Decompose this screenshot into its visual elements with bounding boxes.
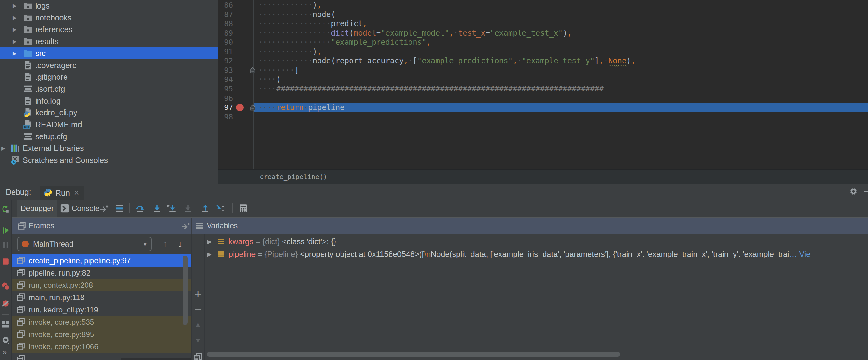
breakpoint-icon[interactable] [236, 104, 244, 111]
sidebar-item-label: .isort.cfg [35, 84, 65, 93]
fold-marker-icon[interactable] [249, 67, 256, 74]
duplicate-watch-icon[interactable] [193, 353, 203, 360]
expand-arrow-icon[interactable]: ▶ [12, 38, 17, 45]
editor-context-strip: create_pipeline() [218, 169, 868, 184]
frames-icon [17, 355, 25, 360]
sidebar-item-notebooks[interactable]: ▶notebooks [0, 12, 218, 24]
remove-watch-icon[interactable]: − [193, 305, 203, 314]
line-number: 96 [218, 93, 233, 103]
frame-row[interactable]: invoke, core.py:535 [12, 316, 191, 328]
run-to-cursor-icon[interactable] [216, 204, 225, 213]
step-into-my-code-icon[interactable] [167, 204, 176, 213]
sidebar-item-logs[interactable]: ▶logs [0, 0, 218, 12]
project-tree-panel[interactable]: ▶logs▶notebooks▶references▶results▶src.c… [0, 0, 218, 184]
sidebar-item-external-libraries[interactable]: ▶External Libraries [0, 142, 218, 154]
frames-list[interactable]: create_pipeline, pipeline.py:97pipeline,… [12, 254, 191, 360]
resume-icon[interactable] [1, 226, 10, 235]
variables-header: Variables [207, 221, 238, 230]
line-number: 93 [218, 65, 233, 75]
frame-row[interactable]: pipeline, run.py:82 [12, 267, 191, 279]
pause-icon[interactable] [1, 241, 10, 250]
code-line-86: ············), [258, 0, 322, 10]
step-over-icon[interactable] [135, 204, 145, 213]
add-watch-icon[interactable]: + [193, 290, 203, 299]
variables-panel[interactable]: ▶kwargs = {dict} <class 'dict'>: {}▶pipe… [205, 233, 868, 360]
sidebar-item-src[interactable]: ▶src [0, 47, 218, 59]
expand-arrow-icon[interactable]: ▶ [207, 251, 212, 258]
expand-arrow-icon[interactable]: ▶ [12, 50, 17, 56]
thread-icon [22, 241, 29, 247]
expand-arrow-icon[interactable]: ▶ [207, 238, 212, 245]
frame-row[interactable]: main, run.py:118 [12, 291, 191, 304]
frames-icon [17, 305, 25, 314]
rerun-debug-icon[interactable] [1, 205, 10, 214]
frame-row[interactable]: run, kedro_cli.py:119 [12, 304, 191, 316]
expand-arrow-icon[interactable]: ▶ [12, 14, 17, 21]
frame-row[interactable]: invoke, core.py:1066 [12, 340, 191, 353]
tab-debugger[interactable]: Debugger [17, 200, 57, 217]
variable-row-pipeline[interactable]: ▶pipeline = {Pipeline} <property object … [205, 248, 868, 260]
code-line-94: ····) [258, 75, 281, 84]
jump-to-icon[interactable] [181, 222, 190, 231]
show-execution-point-icon[interactable] [115, 204, 124, 213]
frame-label: run, context.py:208 [29, 281, 93, 290]
step-into-icon[interactable] [152, 204, 162, 213]
frame-row[interactable]: run, context.py:208 [12, 279, 191, 291]
step-out-icon[interactable] [200, 204, 210, 213]
more-chevrons-icon[interactable]: » [2, 348, 7, 357]
file-cfg-icon [23, 132, 33, 141]
variable-icon [217, 250, 225, 258]
toolbar-separator [232, 203, 232, 214]
mute-breakpoints-icon[interactable] [1, 299, 10, 308]
evaluate-expression-icon[interactable] [239, 204, 248, 213]
sidebar-item-info-log[interactable]: info.log [0, 95, 218, 107]
frames-icon [17, 293, 25, 301]
tab-console[interactable]: Console [72, 204, 99, 213]
frame-row[interactable]: create_pipeline, pipeline.py:97 [12, 254, 191, 267]
code-line-89: ················dict(model="example_mode… [258, 28, 572, 38]
previous-frame-icon[interactable]: ↑ [163, 239, 167, 249]
next-frame-icon[interactable]: ↓ [178, 239, 183, 249]
session-tab-title: Run [55, 188, 70, 197]
variables-hscrollbar[interactable] [207, 352, 620, 357]
python-logo-icon [43, 188, 52, 197]
expand-arrow-icon[interactable]: ▶ [1, 145, 5, 151]
frame-row[interactable]: invoke, core.py:895 [12, 328, 191, 340]
frame-label: invoke, core.py:895 [29, 330, 94, 339]
frame-label: create_pipeline, pipeline.py:97 [29, 256, 131, 265]
sidebar-item-results[interactable]: ▶results [0, 35, 218, 47]
file-md-icon: MD [23, 120, 33, 129]
jump-to-icon[interactable] [99, 204, 108, 214]
restore-layout-icon[interactable] [1, 320, 10, 329]
sidebar-item-references[interactable]: ▶references [0, 23, 218, 35]
minimize-icon[interactable] [863, 187, 868, 196]
code-editor[interactable]: 86············),87············node(88···… [218, 0, 868, 169]
frames-icon [17, 221, 26, 230]
sidebar-item--gitignore[interactable]: .gitignore [0, 71, 218, 83]
sidebar-item-scratches-and-consoles[interactable]: Scratches and Consoles [0, 154, 218, 166]
thread-dropdown[interactable]: MainThread ▾ [17, 237, 152, 251]
debug-session-tab-run[interactable]: Run ✕ [40, 186, 84, 200]
view-breakpoints-icon[interactable] [1, 282, 10, 290]
variable-row-kwargs[interactable]: ▶kwargs = {dict} <class 'dict'>: {} [205, 235, 868, 248]
sidebar-item-readme-md[interactable]: MDREADME.md [0, 118, 218, 131]
close-icon[interactable]: ✕ [74, 189, 79, 197]
stop-icon[interactable] [1, 257, 10, 266]
gear-icon[interactable] [849, 187, 858, 196]
sidebar-item--isort-cfg[interactable]: .isort.cfg [0, 83, 218, 95]
expand-arrow-icon[interactable]: ▶ [12, 26, 17, 33]
sidebar-item-kedro-cli-py[interactable]: kedro_cli.py [0, 107, 218, 118]
fold-marker-icon[interactable] [249, 104, 256, 111]
frames-scrollbar[interactable] [183, 256, 188, 325]
frames-hscrollbar[interactable] [121, 358, 191, 360]
sidebar-item-label: info.log [35, 96, 61, 105]
frames-toolbar: MainThread ▾ ↑ ↓ [12, 233, 191, 254]
sidebar-item-setup-cfg[interactable]: setup.cfg [0, 131, 218, 142]
expand-arrow-icon[interactable]: ▶ [12, 2, 17, 9]
line-number: 98 [218, 112, 233, 122]
settings-gear-icon[interactable] [1, 335, 10, 344]
line-number: 88 [218, 19, 233, 28]
code-line-88: ················predict, [258, 19, 367, 28]
frame-label: run, kedro_cli.py:119 [29, 305, 98, 314]
sidebar-item--coveragerc[interactable]: .coveragerc [0, 59, 218, 71]
